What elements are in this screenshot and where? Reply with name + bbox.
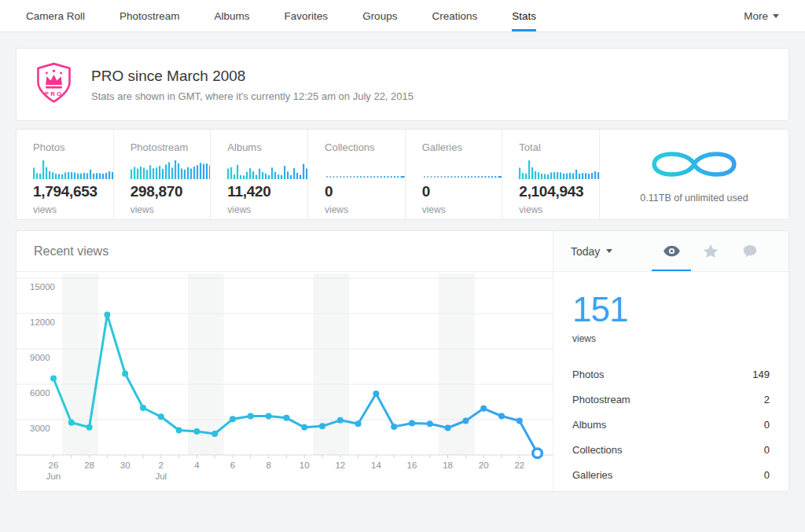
recent-views-header: Recent views Today	[17, 231, 788, 272]
stat-card-value: 0	[325, 183, 397, 200]
metric-toggle-group	[652, 231, 770, 271]
svg-text:9000: 9000	[30, 353, 50, 362]
svg-text:3000: 3000	[30, 424, 50, 433]
stat-card-collections[interactable]: Collections 0 views	[308, 130, 406, 219]
stat-card-unit: views	[325, 204, 397, 215]
more-label: More	[744, 10, 768, 22]
recent-views-body: 3000600090001200015000262830246810121416…	[17, 272, 788, 491]
tab-favorites[interactable]: Favorites	[285, 0, 329, 31]
storage-card: 0.11TB of unlimited used	[600, 130, 788, 219]
stat-card-unit: views	[33, 204, 105, 215]
today-views-count: 151	[572, 292, 770, 327]
views-breakdown-list: Photos 149 Photostream 2 Albums 0 Collec…	[572, 361, 770, 487]
stat-card-value: 0	[422, 183, 494, 200]
tab-creations[interactable]: Creations	[432, 0, 477, 31]
date-range-dropdown[interactable]: Today	[571, 231, 612, 271]
stat-card-label: Collections	[325, 141, 397, 153]
svg-text:12: 12	[335, 460, 345, 470]
breakdown-row-photos: Photos 149	[572, 361, 770, 387]
svg-text:6: 6	[230, 460, 235, 470]
stat-card-photos[interactable]: Photos 1,794,653 views	[17, 130, 114, 219]
stat-card-total[interactable]: Total 2,104,943 views	[502, 130, 600, 219]
svg-text:20: 20	[479, 460, 489, 470]
breakdown-value: 2	[764, 394, 770, 405]
sparkline-chart	[519, 159, 591, 179]
sparkline-chart	[33, 159, 105, 179]
svg-text:4: 4	[194, 460, 200, 470]
stat-card-unit: views	[130, 204, 203, 215]
svg-text:16: 16	[407, 460, 417, 470]
svg-text:8: 8	[266, 460, 270, 470]
stat-card-unit: views	[227, 204, 300, 215]
svg-text:2: 2	[159, 460, 164, 470]
svg-text:28: 28	[84, 460, 94, 470]
views-eye-icon[interactable]	[652, 231, 691, 271]
breakdown-label: Galleries	[572, 469, 612, 481]
stat-card-photostream[interactable]: Photostream 298,870 views	[114, 130, 211, 219]
stat-card-label: Galleries	[422, 141, 494, 153]
today-summary-panel: 151 views Photos 149 Photostream 2 Album…	[553, 272, 788, 491]
sparkline-chart	[130, 159, 203, 179]
breakdown-row-galleries: Galleries 0	[572, 462, 770, 487]
stat-card-galleries[interactable]: Galleries 0 views	[406, 130, 503, 219]
breakdown-value: 0	[764, 469, 770, 481]
breakdown-label: Collections	[572, 444, 623, 456]
breakdown-label: Albums	[572, 419, 606, 431]
pro-title: PRO since March 2008	[91, 68, 414, 85]
svg-text:Jul: Jul	[155, 471, 167, 481]
sparkline-chart	[422, 159, 494, 179]
stat-card-unit: views	[519, 204, 591, 215]
more-menu-button[interactable]: More	[744, 0, 779, 31]
infinity-icon	[646, 146, 742, 185]
svg-text:Jun: Jun	[46, 471, 61, 481]
date-range-label: Today	[571, 245, 600, 258]
pro-badge-icon: PRO	[35, 62, 72, 107]
svg-text:14: 14	[371, 460, 381, 470]
svg-text:22: 22	[514, 460, 524, 470]
pro-status-card: PRO PRO since March 2008 Stats are shown…	[16, 48, 789, 121]
sparkline-chart	[227, 159, 300, 179]
tab-stats[interactable]: Stats	[512, 0, 536, 31]
stat-card-value: 11,420	[227, 183, 300, 200]
breakdown-label: Photostream	[572, 394, 630, 405]
top-nav: Camera Roll Photostream Albums Favorites…	[0, 0, 805, 32]
favorites-star-icon[interactable]	[691, 231, 730, 271]
comments-bubble-icon[interactable]	[730, 231, 770, 271]
today-views-unit: views	[572, 333, 770, 344]
svg-text:PRO: PRO	[45, 90, 64, 97]
svg-text:15000: 15000	[30, 282, 55, 292]
stat-card-label: Photostream	[130, 141, 203, 153]
storage-caption: 0.11TB of unlimited used	[640, 193, 748, 204]
svg-text:12000: 12000	[30, 317, 55, 327]
pro-subtitle: Stats are shown in GMT, where it's curre…	[91, 90, 414, 102]
svg-text:10: 10	[300, 460, 310, 470]
svg-text:30: 30	[120, 460, 130, 470]
stat-card-label: Photos	[33, 141, 105, 153]
stat-card-label: Albums	[227, 141, 300, 153]
stat-card-value: 1,794,653	[33, 183, 105, 200]
recent-views-chart[interactable]: 3000600090001200015000262830246810121416…	[17, 272, 553, 491]
breakdown-value: 0	[764, 444, 770, 456]
stat-card-value: 2,104,943	[519, 183, 591, 200]
stats-summary-row: Photos 1,794,653 views Photostream 298,8…	[16, 129, 789, 220]
chevron-down-icon	[773, 14, 779, 18]
breakdown-row-collections: Collections 0	[572, 437, 770, 462]
tab-groups[interactable]: Groups	[362, 0, 397, 31]
stat-card-label: Total	[519, 141, 591, 153]
breakdown-label: Photos	[572, 369, 604, 380]
recent-views-panel: Recent views Today	[16, 230, 789, 492]
breakdown-value: 0	[764, 419, 770, 431]
breakdown-row-photostream: Photostream 2	[572, 387, 770, 412]
tab-photostream[interactable]: Photostream	[119, 0, 180, 31]
stat-card-value: 298,870	[130, 183, 203, 200]
stat-card-albums[interactable]: Albums 11,420 views	[211, 130, 308, 219]
recent-views-title: Recent views	[17, 231, 553, 271]
stat-card-unit: views	[422, 204, 494, 215]
breakdown-value: 149	[752, 369, 770, 380]
svg-text:6000: 6000	[30, 388, 50, 398]
svg-text:26: 26	[49, 460, 59, 470]
tab-camera-roll[interactable]: Camera Roll	[26, 0, 85, 31]
breakdown-row-albums: Albums 0	[572, 412, 770, 437]
svg-text:18: 18	[443, 460, 453, 470]
tab-albums[interactable]: Albums	[215, 0, 250, 31]
